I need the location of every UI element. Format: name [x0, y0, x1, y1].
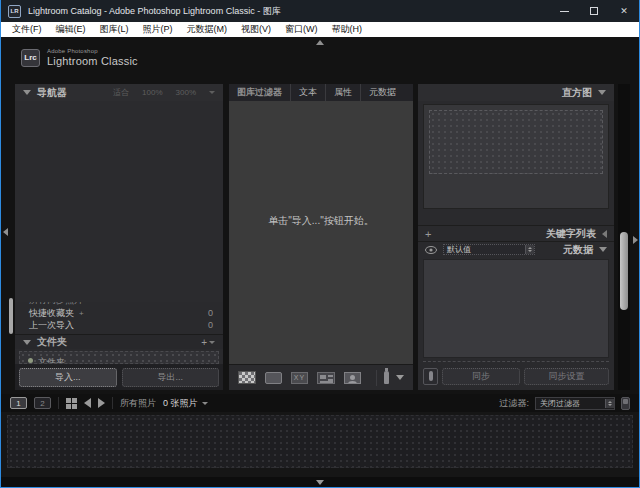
maximize-button[interactable] — [579, 0, 609, 22]
add-folder-button[interactable]: + — [201, 337, 215, 348]
second-window-button[interactable]: 2 — [34, 397, 51, 409]
brand-line2: Lightroom Classic — [47, 55, 138, 67]
zoom-100-option[interactable]: 100% — [142, 88, 162, 97]
menu-library[interactable]: 图库(L) — [93, 22, 136, 37]
main-window-button[interactable]: 1 — [10, 397, 27, 409]
import-button[interactable]: 导入... — [19, 368, 117, 387]
folders-disclosure-icon — [23, 340, 31, 345]
left-scrollbar[interactable] — [9, 84, 14, 390]
zoom-ratio-caret-icon[interactable] — [209, 91, 215, 94]
filter-tab-attribute[interactable]: 属性 — [325, 84, 360, 101]
top-chrome: Lrc Adobe Photoshop Lightroom Classic — [1, 37, 639, 84]
metadata-preset-dropdown[interactable]: 默认值 — [443, 244, 535, 255]
right-scrollbar[interactable] — [618, 84, 630, 390]
filmstrip-divider — [58, 397, 59, 409]
grid-view-canvas: 单击"导入..."按钮开始。 — [229, 101, 413, 364]
go-to-grid-icon[interactable] — [66, 398, 77, 409]
painter-icon[interactable] — [384, 371, 389, 384]
menu-edit[interactable]: 编辑(E) — [49, 22, 93, 37]
keyword-list-header[interactable]: + 关键字列表 — [418, 225, 614, 241]
histogram-disclosure-icon — [598, 90, 606, 95]
filmstrip-collapse-icon[interactable] — [316, 480, 324, 485]
title-bar: LR Lightroom Catalog - Adobe Photoshop L… — [1, 0, 639, 22]
left-panel-collapse-icon[interactable] — [3, 228, 8, 236]
filmstrip-toolbar: 1 2 所有照片 0 张照片 过滤器: 关闭过滤器 — [1, 394, 639, 412]
left-scrollbar-thumb[interactable] — [9, 298, 13, 334]
right-panel-collapse-icon[interactable] — [633, 236, 638, 244]
previous-photo-icon[interactable] — [84, 398, 91, 408]
previous-import-label: 上一次导入 — [29, 319, 74, 332]
window-title: Lightroom Catalog - Adobe Photoshop Ligh… — [28, 5, 281, 18]
histogram-panel — [423, 104, 609, 209]
previous-import-row[interactable]: 上一次导入 0 — [15, 319, 223, 331]
folders-title: 文件夹 — [37, 335, 67, 349]
add-keyword-button[interactable]: + — [425, 228, 431, 240]
menu-metadata[interactable]: 元数据(M) — [180, 22, 235, 37]
zoom-fit-option[interactable]: 适合 — [113, 87, 129, 98]
filter-tab-text[interactable]: 文本 — [290, 84, 325, 101]
loupe-view-icon[interactable] — [265, 372, 282, 384]
filter-switch-icon[interactable] — [621, 397, 630, 410]
empty-catalog-message: 单击"导入..."按钮开始。 — [268, 214, 373, 228]
people-view-icon[interactable] — [344, 372, 361, 384]
menu-file[interactable]: 文件(F) — [5, 22, 49, 37]
filter-tab-metadata[interactable]: 元数据 — [360, 84, 404, 101]
menu-bar: 文件(F) 编辑(E) 图库(L) 照片(P) 元数据(M) 视图(V) 窗口(… — [1, 22, 639, 37]
library-filter-title: 图库过滤器 — [229, 86, 290, 99]
folder-row[interactable]: 文件夹 — [19, 351, 219, 364]
menu-window[interactable]: 窗口(W) — [278, 22, 325, 37]
preset-spinner-icon — [525, 245, 534, 254]
compare-view-icon[interactable]: XY — [291, 372, 308, 384]
navigator-title: 导航器 — [37, 86, 67, 100]
source-all-photos-label[interactable]: 所有照片 — [120, 397, 156, 410]
center-column: 图库过滤器 文本 属性 元数据 单击"导入..."按钮开始。 XY — [229, 84, 413, 390]
filmstrip-filter-dropdown[interactable]: 关闭过滤器 — [535, 397, 615, 410]
keyword-list-collapse-icon[interactable] — [602, 230, 607, 238]
filmstrip — [1, 412, 639, 477]
sync-toggle-icon[interactable] — [423, 368, 438, 385]
folders-header[interactable]: 文件夹 + — [15, 334, 223, 349]
photo-count[interactable]: 0 张照片 — [163, 397, 208, 410]
toolbar-dropdown-icon[interactable] — [396, 375, 404, 380]
metadata-header[interactable]: 默认值 元数据 — [418, 241, 614, 257]
survey-view-icon[interactable] — [317, 372, 335, 384]
zoom-300-option[interactable]: 300% — [176, 88, 196, 97]
close-button[interactable]: ✕ — [609, 0, 639, 22]
sync-button[interactable]: 同步 — [442, 368, 520, 385]
metadata-preset-value: 默认值 — [444, 244, 525, 255]
metadata-content — [423, 259, 609, 358]
right-scrollbar-thumb[interactable] — [620, 232, 628, 310]
filmstrip-empty-area[interactable] — [7, 415, 633, 468]
library-filter-bar: 图库过滤器 文本 属性 元数据 — [229, 84, 413, 101]
sync-settings-button[interactable]: 同步设置 — [524, 368, 609, 385]
navigator-preview — [15, 101, 223, 302]
toolbar-divider — [376, 370, 377, 386]
minimize-icon — [560, 11, 569, 12]
bottom-strip — [1, 477, 639, 487]
menu-help[interactable]: 帮助(H) — [325, 22, 370, 37]
next-photo-icon[interactable] — [98, 398, 105, 408]
menu-photo[interactable]: 照片(P) — [136, 22, 180, 37]
app-window: LR Lightroom Catalog - Adobe Photoshop L… — [0, 0, 640, 488]
histogram-header[interactable]: 直方图 — [418, 84, 614, 101]
quick-collection-count: 0 — [208, 308, 213, 318]
window-controls: ✕ — [549, 0, 639, 22]
add-folder-caret-icon — [209, 341, 215, 344]
menu-view[interactable]: 视图(V) — [234, 22, 278, 37]
grid-view-icon[interactable] — [238, 371, 256, 384]
eye-icon[interactable] — [425, 246, 437, 254]
quick-collection-row[interactable]: 快捷收藏夹 + 0 — [15, 307, 223, 319]
view-toolbar: XY — [229, 364, 413, 390]
lrc-logo: Lrc — [21, 49, 40, 67]
left-panel-buttons: 导入... 导出... — [15, 364, 223, 390]
right-panel-spacer — [418, 209, 614, 225]
metadata-disclosure-icon — [599, 247, 607, 252]
branding: Lrc Adobe Photoshop Lightroom Classic — [21, 48, 138, 67]
sync-row: 同步 同步设置 — [418, 366, 614, 390]
app-icon: LR — [8, 5, 21, 18]
brand-line1: Adobe Photoshop — [47, 48, 138, 54]
module-picker-collapse-icon[interactable] — [316, 40, 324, 45]
navigator-header[interactable]: 导航器 适合 100% 300% — [15, 84, 223, 101]
export-button[interactable]: 导出... — [122, 368, 220, 387]
minimize-button[interactable] — [549, 0, 579, 22]
